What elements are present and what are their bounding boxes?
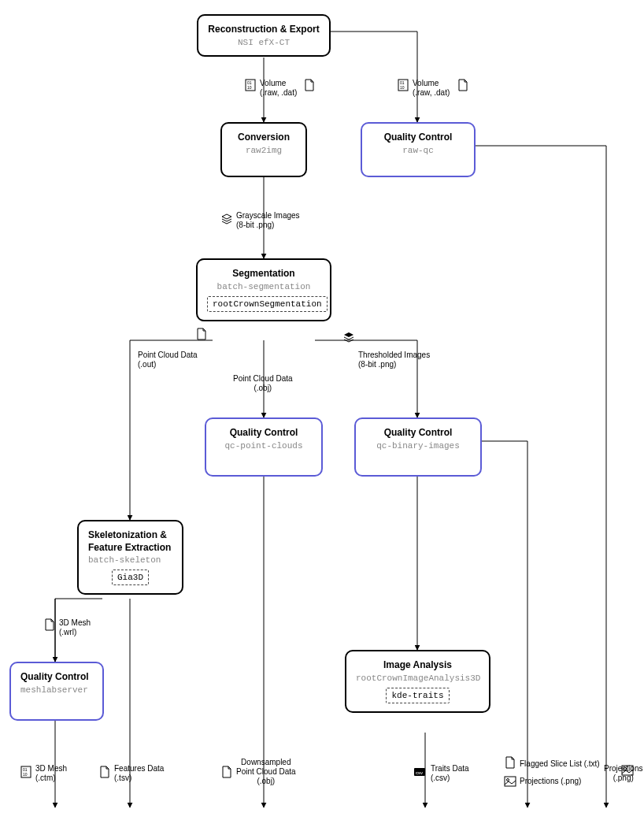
node-image-analysis: Image Analysis rootCrownImageAnalysis3D …	[345, 650, 490, 713]
svg-point-12	[507, 779, 509, 781]
svg-point-14	[624, 768, 627, 770]
svg-text:10: 10	[23, 772, 28, 777]
node-qc-point-clouds: Quality Control qc-point-clouds	[205, 417, 323, 477]
node-inner: kde-traits	[386, 688, 449, 703]
file-icon	[303, 79, 316, 91]
binary-icon: 0110	[244, 79, 257, 91]
node-segmentation: Segmentation batch-segmentation rootCrow…	[196, 258, 331, 321]
label-flagged: Flagged Slice List (.txt)	[520, 759, 600, 769]
label-mesh-ctm: 3D Mesh(.ctm)	[35, 764, 67, 783]
label-volume-2: Volume(.raw, .dat)	[413, 79, 450, 98]
node-sub: batch-skeleton	[88, 555, 172, 565]
label-mesh-wrl: 3D Mesh(.wrl)	[59, 618, 91, 637]
label-downsampled: DownsampledPoint Cloud Data(.obj)	[236, 758, 296, 786]
label-pcd-out: Point Cloud Data(.out)	[138, 351, 198, 369]
node-sub: rootCrownImageAnalysis3D	[356, 673, 479, 683]
node-title: Quality Control	[20, 671, 93, 684]
node-inner: rootCrownSegmentation	[207, 296, 328, 312]
node-reconstruction: Reconstruction & Export NSI efX-CT	[197, 14, 331, 57]
label-volume-1: Volume(.raw, .dat)	[260, 79, 297, 98]
svg-text:csv: csv	[416, 770, 423, 775]
node-sub: qc-point-clouds	[216, 441, 312, 451]
label-pcd-obj: Point Cloud Data(.obj)	[233, 374, 293, 393]
node-sub: NSI efX-CT	[208, 38, 320, 47]
node-sub: qc-binary-images	[365, 441, 471, 451]
file-icon	[43, 618, 56, 631]
label-traits: Traits Data(.csv)	[431, 764, 469, 783]
binary-icon: 0110	[397, 79, 409, 91]
node-title: Image Analysis	[356, 659, 479, 672]
node-title: Quality Control	[216, 427, 312, 440]
binary-icon: 0110	[20, 766, 32, 778]
node-qc-raw: Quality Control raw-qc	[361, 122, 476, 177]
label-thresholded: Thresholded Images(8-bit .png)	[358, 351, 430, 369]
node-title: Quality Control	[372, 132, 464, 144]
node-qc-binary-images: Quality Control qc-binary-images	[354, 417, 482, 477]
node-sub: raw-qc	[372, 146, 464, 155]
node-title: Conversion	[231, 132, 296, 144]
node-inner: Gia3D	[112, 570, 149, 585]
layers-filled-icon	[342, 331, 355, 343]
file-icon	[195, 328, 208, 340]
label-grayscale: Grayscale Images(8-bit .png)	[236, 211, 300, 230]
node-qc-meshlab: Quality Control meshlabserver	[9, 662, 104, 721]
node-title: Skeletonization & Feature Extraction	[88, 529, 172, 554]
file-icon	[457, 79, 469, 91]
file-icon	[504, 756, 516, 769]
label-projections-1: Projections (.png)	[520, 777, 581, 786]
image-icon	[504, 775, 516, 788]
node-skeletonization: Skeletonization & Feature Extraction bat…	[77, 520, 183, 595]
svg-rect-11	[505, 777, 516, 786]
image-icon	[621, 764, 634, 777]
svg-text:10: 10	[400, 85, 405, 90]
node-sub: meshlabserver	[20, 685, 93, 695]
node-title: Reconstruction & Export	[208, 24, 320, 36]
node-sub: raw2img	[231, 146, 296, 155]
svg-text:10: 10	[247, 85, 252, 90]
label-features: Features Data(.tsv)	[114, 764, 164, 783]
file-icon	[220, 766, 233, 778]
node-title: Quality Control	[365, 427, 471, 440]
file-icon	[98, 766, 111, 778]
node-sub: batch-segmentation	[207, 282, 320, 291]
svg-rect-13	[622, 766, 633, 775]
node-conversion: Conversion raw2img	[220, 122, 307, 177]
csv-icon: csv	[413, 766, 426, 778]
layers-icon	[220, 213, 233, 225]
node-title: Segmentation	[207, 268, 320, 280]
